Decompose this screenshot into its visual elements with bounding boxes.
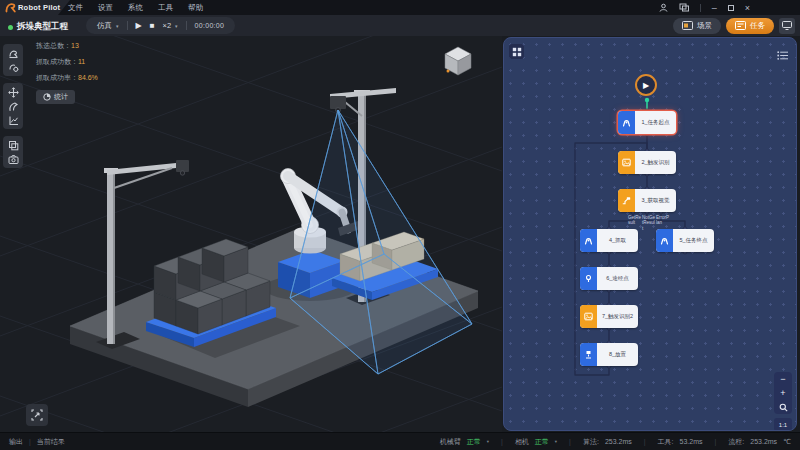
node-trigger-recognition[interactable]: 2_触发识别 xyxy=(618,151,676,174)
menu-system[interactable]: 系统 xyxy=(128,3,143,13)
statistics-button-label: 统计 xyxy=(54,92,68,102)
close-button[interactable]: × xyxy=(745,3,750,13)
flow-zoom-controls: − + xyxy=(774,372,792,414)
node-label: 1_任务起点 xyxy=(635,119,676,126)
copy-layout-button[interactable] xyxy=(3,138,23,152)
tab-task[interactable]: 任务 xyxy=(726,18,774,34)
node-label: 4_抓取 xyxy=(597,237,638,244)
temperature-indicator: ℃ xyxy=(783,438,791,446)
node-task-start[interactable]: 1_任务起点 xyxy=(618,111,676,134)
output-label[interactable]: 输出 xyxy=(9,437,23,447)
app-logo-icon xyxy=(5,2,16,13)
tool-group-edit xyxy=(3,83,23,129)
monitor-icon xyxy=(782,21,792,30)
task-flow-panel: ▶ 1_任务起点 2_触发识别 3_获取视觉 GetResult NotGetR… xyxy=(503,37,797,431)
orientation-gizmo[interactable] xyxy=(444,46,472,76)
statusbar: 输出 | 当前结果 机械臂 正常 ▾ | 相机 正常 ▾ | 算法: 253.2… xyxy=(0,432,800,450)
capture-frame-icon xyxy=(31,409,43,421)
tool-group-robot xyxy=(3,44,23,76)
node-get-vision[interactable]: 3_获取视觉 xyxy=(618,189,676,212)
divider xyxy=(700,4,701,12)
menu-settings[interactable]: 设置 xyxy=(98,3,113,13)
tab-scene-label: 场景 xyxy=(697,21,712,31)
statistics-button[interactable]: 统计 xyxy=(36,90,75,104)
stat-total-label: 拣选总数： xyxy=(36,42,71,49)
start-play-icon: ▶ xyxy=(643,81,649,90)
mode-select[interactable]: 仿真 xyxy=(97,21,112,31)
flow-overview-button[interactable] xyxy=(509,44,524,59)
robot-library-button[interactable] xyxy=(3,46,23,60)
node-label: 7_触发识别2 xyxy=(597,313,638,320)
algorithm-time-value: 253.2ms xyxy=(605,438,632,445)
scene-icon xyxy=(682,21,693,30)
camera-capture-button[interactable] xyxy=(3,152,23,166)
divider xyxy=(186,21,187,30)
measure-chart-button[interactable] xyxy=(3,113,23,127)
node-label: 5_任务终点 xyxy=(673,237,714,244)
stop-button[interactable]: ■ xyxy=(150,21,155,30)
menu-help[interactable]: 帮助 xyxy=(188,3,203,13)
node-label: 3_获取视觉 xyxy=(635,197,676,204)
chevron-down-icon[interactable]: ▾ xyxy=(555,439,557,444)
tool-setup-button[interactable] xyxy=(3,99,23,113)
task-icon xyxy=(735,21,746,30)
node-grab[interactable]: 4_抓取 xyxy=(580,229,638,252)
stat-success-value: 11 xyxy=(78,58,85,65)
toolbar: 拆垛典型工程 仿真 ▾ ▶ ■ ×2 ▾ 00:00:00 场景 任务 xyxy=(0,15,800,36)
current-result-label[interactable]: 当前结果 xyxy=(37,437,65,447)
menu-file[interactable]: 文件 xyxy=(68,3,83,13)
divider xyxy=(127,21,128,30)
node-waypoint[interactable]: 6_途经点 xyxy=(580,267,638,290)
menu-tools[interactable]: 工具 xyxy=(158,3,173,13)
node-trigger-recognition-2[interactable]: 7_触发识别2 xyxy=(580,305,638,328)
flow-menu-icon[interactable] xyxy=(777,46,789,64)
project-indicator: 拆垛典型工程 xyxy=(8,21,68,33)
tab-scene[interactable]: 场景 xyxy=(673,18,721,34)
divider: | xyxy=(714,438,716,445)
node-label: 8_放置 xyxy=(597,351,638,358)
play-button[interactable]: ▶ xyxy=(136,21,142,30)
tool-time-label: 工具: xyxy=(658,437,674,447)
chevron-down-icon: ▾ xyxy=(116,23,119,29)
minimize-button[interactable]: – xyxy=(712,3,717,13)
photo-icon xyxy=(580,305,597,328)
zoom-out-button[interactable]: − xyxy=(774,372,792,386)
magnifier-icon xyxy=(779,403,788,412)
flow-start-node[interactable]: ▶ xyxy=(635,74,657,96)
tool-time-value: 53.2ms xyxy=(680,438,703,445)
stat-rate-value: 84.6% xyxy=(78,74,98,81)
port-label-get-result: GetResult xyxy=(628,215,641,226)
robot-config-button[interactable] xyxy=(3,60,23,74)
gripper-icon xyxy=(618,111,635,134)
view-tabs: 场景 任务 xyxy=(673,17,795,34)
panel-toggle-button[interactable] xyxy=(779,18,795,34)
project-title: 拆垛典型工程 xyxy=(17,21,68,33)
stat-total-value: 13 xyxy=(71,42,79,49)
move-tool-button[interactable] xyxy=(3,85,23,99)
node-label: 2_触发识别 xyxy=(635,159,676,166)
vision-camera xyxy=(330,96,346,109)
zoom-reset-button[interactable]: 1:1 xyxy=(774,418,792,431)
maximize-button[interactable] xyxy=(728,5,734,11)
screenshot-button[interactable] xyxy=(26,404,48,426)
port-label-error-plan: ErrorPlan xyxy=(656,215,669,226)
simulation-timer: 00:00:00 xyxy=(195,22,225,29)
layout-icon[interactable] xyxy=(679,3,689,12)
stat-rate: 抓取成功率：84.6% xyxy=(36,73,98,83)
zoom-search-button[interactable] xyxy=(774,400,792,414)
titlebar: Robot Pilot 文件 设置 系统 工具 帮助 – × xyxy=(0,0,800,15)
robot-label: 机械臂 xyxy=(440,437,461,447)
chevron-down-icon[interactable]: ▾ xyxy=(487,439,489,444)
user-icon[interactable] xyxy=(659,3,668,12)
pick-stats-overlay: 拣选总数：13 抓取成功数：11 抓取成功率：84.6% 统计 xyxy=(36,41,98,104)
stat-total: 拣选总数：13 xyxy=(36,41,98,51)
robot-status: 正常 xyxy=(467,437,481,447)
pie-chart-icon xyxy=(43,93,51,101)
algorithm-time-label: 算法: xyxy=(583,437,599,447)
viewport-tool-column xyxy=(3,44,23,175)
node-task-end[interactable]: 5_任务终点 xyxy=(656,229,714,252)
zoom-in-button[interactable]: + xyxy=(774,386,792,400)
node-place[interactable]: 8_放置 xyxy=(580,343,638,366)
speed-select[interactable]: ×2 xyxy=(163,21,172,30)
photo-icon xyxy=(618,151,635,174)
